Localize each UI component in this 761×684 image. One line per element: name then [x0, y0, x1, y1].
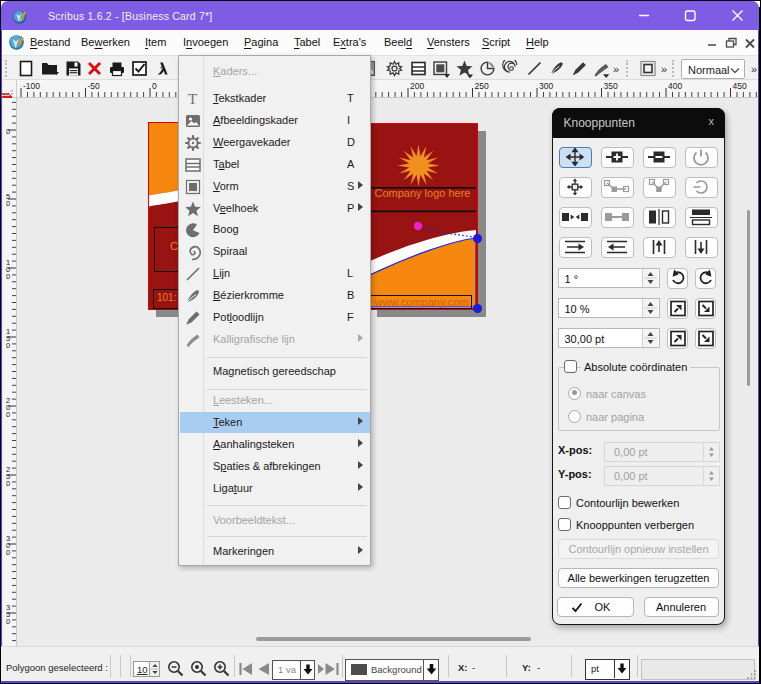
- svg-text:0: 0: [6, 479, 10, 488]
- svg-text:0: 0: [152, 81, 157, 91]
- svg-text:400: 400: [668, 81, 682, 91]
- svg-text:0: 0: [6, 272, 10, 281]
- svg-text:450: 450: [733, 81, 747, 91]
- svg-text:300: 300: [539, 81, 553, 91]
- svg-text:T: T: [188, 91, 197, 107]
- svg-text:0: 0: [6, 127, 10, 136]
- svg-text:0: 0: [6, 617, 10, 626]
- svg-text:-50: -50: [88, 81, 101, 91]
- svg-text:0: 0: [6, 199, 10, 208]
- svg-text:0: 0: [6, 548, 10, 557]
- svg-text:0: 0: [6, 341, 10, 350]
- svg-text:250: 250: [475, 81, 489, 91]
- svg-text:350: 350: [604, 81, 618, 91]
- svg-text:200: 200: [410, 81, 424, 91]
- svg-text:-100: -100: [23, 81, 40, 91]
- svg-text:0: 0: [6, 410, 10, 419]
